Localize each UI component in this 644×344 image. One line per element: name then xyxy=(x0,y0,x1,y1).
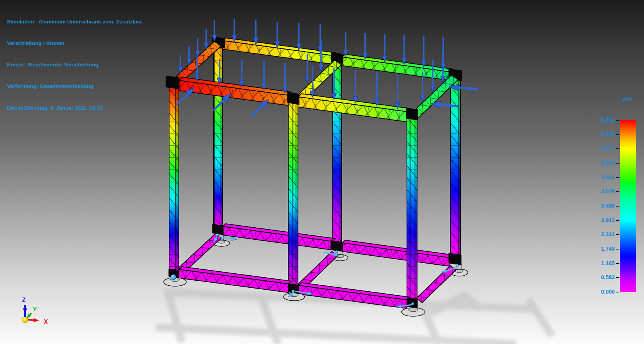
rail-bottom-right-side xyxy=(416,266,456,303)
legend-tick xyxy=(616,292,619,292)
legend-tick xyxy=(616,206,619,207)
rail-top-front-right xyxy=(298,94,410,122)
legend-colorbar xyxy=(620,120,636,292)
title-line-contour: Kontur: Resultierende Verschiebung xyxy=(7,61,142,68)
legend-value: 3,496 xyxy=(578,203,615,210)
post-front-mid xyxy=(288,102,298,285)
legend-tick xyxy=(616,277,619,278)
legend-value: 2,913 xyxy=(578,217,615,224)
post-back-right xyxy=(450,74,460,256)
legend-tick xyxy=(616,163,619,164)
legend-unit-label: mm xyxy=(619,96,636,102)
triad-y-label: Y xyxy=(33,306,37,312)
legend-tick xyxy=(616,148,619,149)
triad-origin-sphere xyxy=(22,317,28,323)
legend-tick xyxy=(616,220,619,221)
title-line-deformation: Verformung: Gesamtverschiebung xyxy=(7,83,142,90)
legend-tick xyxy=(616,249,619,250)
coordinate-triad: Z X Y xyxy=(22,297,48,325)
legend-value: 5,827 xyxy=(578,145,615,152)
legend-value: 2,331 xyxy=(578,231,615,238)
rail-top-back-left xyxy=(223,38,335,64)
legend-value: 4,661 xyxy=(578,174,615,181)
legend-value: 1,165 xyxy=(578,260,615,267)
legend-value: 0,583 xyxy=(578,274,615,281)
legend-value: 1,748 xyxy=(578,246,615,253)
legend-value: 6,992 xyxy=(578,117,615,124)
legend-value: 4,079 xyxy=(578,188,615,195)
legend-tick xyxy=(616,191,619,192)
rail-bottom-back-right xyxy=(342,240,453,266)
legend-tick xyxy=(616,177,619,178)
legend-value: 0,000 xyxy=(578,289,615,296)
application-window: { "header": { "lines": [ "Simulation - A… xyxy=(0,0,644,344)
title-line-simulation: Simulation - Aluminium Unterschrank.asm,… xyxy=(7,18,142,25)
legend-value: 6,409 xyxy=(578,131,615,138)
post-front-left xyxy=(169,87,179,270)
post-back-left xyxy=(214,44,223,226)
rail-top-front-left xyxy=(179,77,292,105)
rail-bottom-front-left xyxy=(179,267,291,292)
legend-tick xyxy=(616,134,619,135)
legend-tick xyxy=(616,120,619,121)
post-front-right xyxy=(407,116,417,299)
title-line-result-type: Verschiebung - Knoten xyxy=(7,40,142,47)
triad-x-label: X xyxy=(44,319,48,325)
result-title-block: Simulation - Aluminium Unterschrank.asm,… xyxy=(7,4,142,119)
legend-tick xyxy=(616,234,619,235)
title-line-date: Datum:Dienstag, 4. Januar 2011 18:33 xyxy=(7,105,142,112)
legend-value: 5,244 xyxy=(578,160,615,167)
triad-z-label: Z xyxy=(22,297,26,303)
legend-tick xyxy=(616,263,619,264)
rail-bottom-back-left xyxy=(223,224,335,250)
